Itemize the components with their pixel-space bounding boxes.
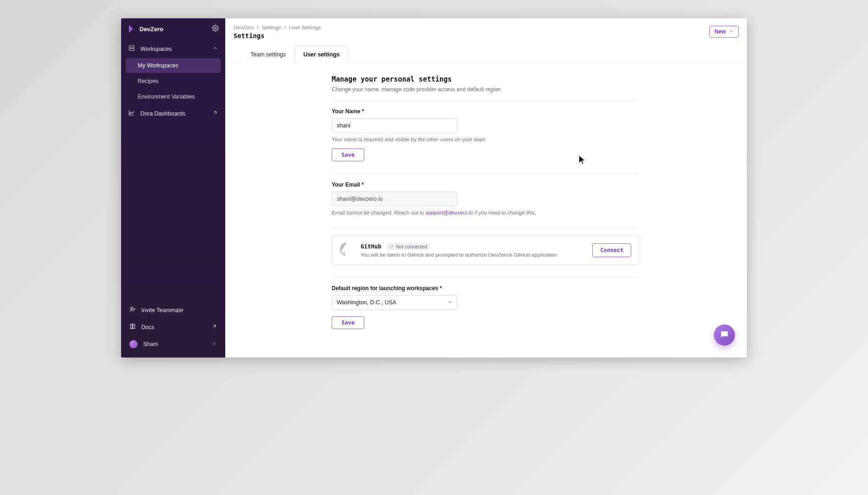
sidebar-section-workspaces[interactable]: Workspaces: [124, 40, 223, 57]
sidebar-docs[interactable]: Docs: [124, 319, 223, 336]
section-subtitle: Change your name, manage code provider a…: [332, 86, 639, 93]
region-select[interactable]: Washington, D.C., USA: [332, 295, 457, 310]
svg-point-3: [132, 48, 133, 49]
required-marker: *: [362, 108, 364, 115]
tabs: Team settings User settings: [234, 46, 739, 62]
email-helper-pre: Email cannot be changed. Reach out to: [332, 210, 426, 215]
divider: [332, 173, 639, 174]
breadcrumb-sep: /: [257, 25, 258, 30]
sidebar-section-label: Dora Dashboards: [140, 110, 185, 117]
external-link-icon: [211, 324, 217, 330]
github-desc: You will be taken to GitHub and prompted…: [361, 252, 557, 258]
sidebar-item-environment-variables[interactable]: Environment Variables: [126, 89, 221, 104]
user-avatar-icon: [129, 340, 138, 348]
sidebar-user-menu[interactable]: Shani: [124, 336, 223, 353]
sidebar-item-label: My Workspaces: [138, 62, 178, 69]
chevron-down-icon: [729, 28, 734, 35]
content-scroll[interactable]: Manage your personal settings Change you…: [225, 62, 747, 358]
tab-label: Team settings: [250, 51, 286, 58]
new-button[interactable]: New: [709, 26, 739, 38]
github-icon: [339, 242, 354, 258]
sidebar-item-label: Recipes: [138, 78, 158, 84]
email-label-text: Your Email: [332, 182, 360, 188]
section-title: Manage your personal settings: [332, 75, 639, 83]
name-input[interactable]: [332, 118, 457, 133]
user-plus-icon: [129, 306, 136, 314]
divider: [332, 227, 639, 228]
github-status-badge: Not connected: [386, 243, 431, 250]
support-email-link[interactable]: support@devzero.io: [426, 210, 473, 215]
breadcrumb-link[interactable]: DevZero: [234, 25, 254, 30]
region-label: Default region for launching workspaces …: [332, 285, 442, 292]
name-label-text: Your Name: [332, 108, 360, 115]
required-marker: *: [362, 182, 364, 188]
tab-user-settings[interactable]: User settings: [295, 46, 348, 62]
sidebar-item-my-workspaces[interactable]: My Workspaces: [126, 58, 221, 73]
main-header: DevZero / Settings / User Settings Setti…: [225, 18, 747, 62]
name-field-block: Your Name * Your name is required and vi…: [332, 108, 639, 161]
brand-logo[interactable]: DevZero: [128, 25, 163, 33]
sidebar-invite-teammate[interactable]: Invite Teammate: [124, 302, 223, 319]
region-field-block: Default region for launching workspaces …: [332, 285, 639, 329]
svg-point-0: [215, 28, 217, 29]
external-link-icon: [212, 110, 218, 117]
region-label-text: Default region for launching workspaces: [332, 285, 438, 292]
tab-label: User settings: [303, 51, 339, 58]
sidebar-item-recipes[interactable]: Recipes: [126, 74, 221, 88]
sidebar-nav: Workspaces My Workspaces Recipes Environ…: [121, 40, 225, 297]
unlink-icon: [389, 244, 394, 249]
required-marker: *: [440, 285, 442, 292]
github-badge-text: Not connected: [396, 244, 427, 249]
chat-fab[interactable]: [714, 324, 735, 346]
breadcrumb-link[interactable]: User Settings: [289, 25, 321, 30]
chat-icon: [719, 330, 729, 341]
sidebar-user-label: Shani: [143, 341, 158, 347]
svg-point-4: [131, 307, 133, 309]
breadcrumb-link[interactable]: Settings: [262, 25, 281, 30]
svg-point-2: [130, 48, 131, 49]
sidebar-section-label: Workspaces: [140, 46, 172, 52]
github-connect-button[interactable]: Connect: [592, 243, 631, 257]
chevron-up-icon: [212, 45, 218, 52]
chevron-right-icon: [211, 341, 217, 348]
main-content: DevZero / Settings / User Settings Setti…: [225, 18, 747, 358]
email-field-block: Your Email * Email cannot be changed. Re…: [332, 181, 639, 215]
sidebar-item-label: Environment Variables: [138, 94, 195, 100]
settings-gear-icon[interactable]: [212, 25, 219, 33]
breadcrumb: DevZero / Settings / User Settings: [234, 25, 739, 30]
brand-mark-icon: [128, 25, 135, 33]
sidebar-footer: Invite Teammate Docs Shani: [121, 297, 225, 358]
save-name-button[interactable]: Save: [332, 148, 364, 161]
sidebar: DevZero Workspaces My Workspaces: [121, 18, 225, 358]
new-button-label: New: [714, 28, 726, 35]
breadcrumb-sep: /: [284, 25, 285, 30]
sidebar-section-dashboards[interactable]: Dora Dashboards: [124, 105, 223, 122]
github-connect-card: GitHub Not connected You will be taken t…: [332, 235, 639, 265]
sidebar-item-label: Docs: [141, 324, 154, 330]
settings-panel: Manage your personal settings Change you…: [332, 75, 639, 329]
brand-name: DevZero: [139, 26, 163, 33]
page-title: Settings: [234, 32, 739, 39]
github-title: GitHub: [361, 243, 381, 250]
divider: [332, 277, 639, 277]
svg-rect-1: [129, 46, 134, 51]
sidebar-item-label: Invite Teammate: [141, 307, 183, 314]
email-helper-post: if you need to change this.: [473, 210, 536, 215]
sidebar-header: DevZero: [121, 18, 225, 40]
save-region-button[interactable]: Save: [332, 316, 364, 329]
app-window: DevZero Workspaces My Workspaces: [121, 18, 747, 358]
chart-icon: [128, 110, 135, 117]
workspaces-icon: [128, 45, 135, 53]
name-helper: Your name is required and visible by the…: [332, 137, 639, 142]
email-input: [332, 192, 457, 206]
email-label: Your Email *: [332, 182, 364, 188]
name-label: Your Name *: [332, 108, 364, 115]
email-helper: Email cannot be changed. Reach out to su…: [332, 210, 639, 215]
tab-team-settings[interactable]: Team settings: [242, 46, 295, 62]
divider: [332, 100, 639, 100]
book-icon: [129, 323, 136, 331]
